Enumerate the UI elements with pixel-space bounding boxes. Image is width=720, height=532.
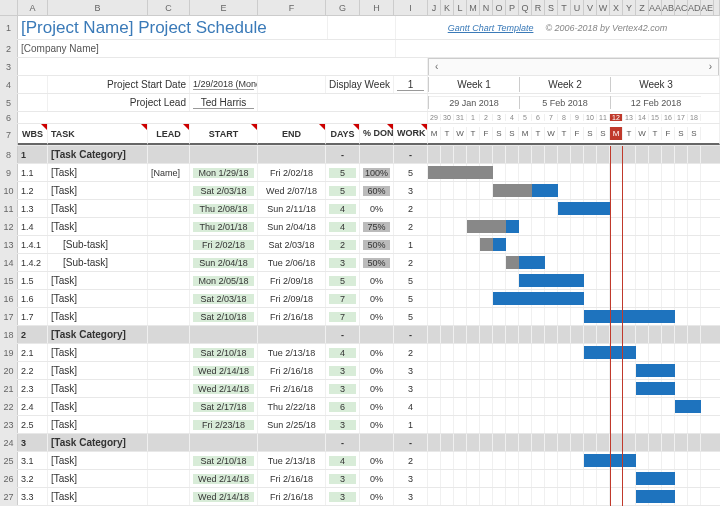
task-row[interactable]: 202.2[Task]Wed 2/14/18Fri 2/16/1830%3 [0,362,720,380]
task-row[interactable]: 161.6[Task]Sat 2/03/18Fri 2/09/1870%5 [0,290,720,308]
row-24[interactable]: 24 [0,434,18,451]
col-T[interactable]: T [558,0,571,15]
category-row[interactable]: 81[Task Category]-- [0,146,720,164]
task-row[interactable]: 222.4[Task]Sat 2/17/18Thu 2/22/1860%4 [0,398,720,416]
start-cell: Sat 2/17/18 [193,402,254,412]
col-E[interactable]: E [190,0,258,15]
col-F[interactable]: F [258,0,326,15]
row-16[interactable]: 16 [0,290,18,307]
day-num: 16 [662,114,675,121]
task-row[interactable]: 91.1[Task][Name]Mon 1/29/18Fri 2/02/1851… [0,164,720,182]
col-A[interactable]: A [18,0,48,15]
gantt-area [428,380,720,397]
row-20[interactable]: 20 [0,362,18,379]
task-row[interactable]: 212.3[Task]Wed 2/14/18Fri 2/16/1830%3 [0,380,720,398]
start-cell: Sun 2/04/18 [193,258,254,268]
col-W[interactable]: W [597,0,610,15]
col-H[interactable]: H [360,0,394,15]
days-cell: 3 [329,474,356,484]
lead-value[interactable]: Ted Harris [193,97,254,109]
row-18[interactable]: 18 [0,326,18,343]
row-17[interactable]: 17 [0,308,18,325]
col-X[interactable]: X [610,0,623,15]
col-C[interactable]: C [148,0,190,15]
col-L[interactable]: L [454,0,467,15]
col-J[interactable]: J [428,0,441,15]
task-row[interactable]: 111.3[Task]Thu 2/08/18Sun 2/11/1840%2 [0,200,720,218]
row-2[interactable]: 2 [0,40,18,57]
row-25[interactable]: 25 [0,452,18,469]
col-AD[interactable]: AD [688,0,701,15]
task-row[interactable]: 263.2[Task]Wed 2/14/18Fri 2/16/1830%3 [0,470,720,488]
col-G[interactable]: G [326,0,360,15]
col-M[interactable]: M [467,0,480,15]
row-13[interactable]: 13 [0,236,18,253]
row-27[interactable]: 27 [0,488,18,505]
col-O[interactable]: O [493,0,506,15]
row-10[interactable]: 10 [0,182,18,199]
wbs-cell: 1 [21,150,26,160]
row-21[interactable]: 21 [0,380,18,397]
col-Y[interactable]: Y [623,0,636,15]
col-AA[interactable]: AA [649,0,662,15]
next-week-button[interactable]: › [709,61,712,72]
category-row[interactable]: 182[Task Category]-- [0,326,720,344]
col-Z[interactable]: Z [636,0,649,15]
pct-cell: 0% [363,204,390,214]
row-9[interactable]: 9 [0,164,18,181]
row-8[interactable]: 8 [0,146,18,163]
days-cell: 4 [329,348,356,358]
day-name: M [610,127,623,140]
task-row[interactable]: 131.4.1[Sub-task]Fri 2/02/18Sat 2/03/182… [0,236,720,254]
task-row[interactable]: 253.1[Task]Sat 2/10/18Tue 2/13/1840%2 [0,452,720,470]
col-Q[interactable]: Q [519,0,532,15]
col-I[interactable]: I [394,0,428,15]
task-row[interactable]: 141.4.2[Sub-task]Sun 2/04/18Tue 2/06/183… [0,254,720,272]
row-19[interactable]: 19 [0,344,18,361]
prev-week-button[interactable]: ‹ [435,61,438,72]
task-row[interactable]: 171.7[Task]Sat 2/10/18Fri 2/16/1870%5 [0,308,720,326]
col-AC[interactable]: AC [675,0,688,15]
gantt-bar [636,382,675,395]
wbs-cell: 1.1 [21,168,34,178]
pct-cell: 0% [363,420,390,430]
col-U[interactable]: U [571,0,584,15]
task-row[interactable]: 121.4[Task]Thu 2/01/18Sun 2/04/18475%2 [0,218,720,236]
day-num: 5 [519,114,532,121]
row-22[interactable]: 22 [0,398,18,415]
row-14[interactable]: 14 [0,254,18,271]
row-4[interactable]: 4 [0,76,18,93]
row-7[interactable]: 7 [0,124,18,145]
start-date-value[interactable]: 1/29/2018 (Monday) [193,79,254,90]
col-R[interactable]: R [532,0,545,15]
row-5[interactable]: 5 [0,94,18,111]
col-N[interactable]: N [480,0,493,15]
task-row[interactable]: 192.1[Task]Sat 2/10/18Tue 2/13/1840%2 [0,344,720,362]
task-row[interactable]: 101.2[Task]Sat 2/03/18Wed 2/07/18560%3 [0,182,720,200]
task-row[interactable]: 151.5[Task]Mon 2/05/18Fri 2/09/1850%5 [0,272,720,290]
col-B[interactable]: B [48,0,148,15]
day-name: S [493,127,506,140]
row-26[interactable]: 26 [0,470,18,487]
row-11[interactable]: 11 [0,200,18,217]
row-6[interactable]: 6 [0,112,18,123]
lead-label: Project Lead [51,97,186,108]
row-1[interactable]: 1 [0,16,18,39]
col-P[interactable]: P [506,0,519,15]
task-row[interactable]: 273.3[Task]Wed 2/14/18Fri 2/16/1830%3 [0,488,720,506]
task-row[interactable]: 232.5[Task]Fri 2/23/18Sun 2/25/1830%1 [0,416,720,434]
category-row[interactable]: 243[Task Category]-- [0,434,720,452]
display-week-value[interactable]: 1 [397,79,424,91]
end-cell: Fri 2/16/18 [261,474,322,484]
col-K[interactable]: K [441,0,454,15]
row-23[interactable]: 23 [0,416,18,433]
day-num: 4 [506,114,519,121]
row-12[interactable]: 12 [0,218,18,235]
col-AB[interactable]: AB [662,0,675,15]
template-link[interactable]: Gantt Chart Template [448,23,534,33]
col-S[interactable]: S [545,0,558,15]
col-AE[interactable]: AE [701,0,714,15]
col-V[interactable]: V [584,0,597,15]
row-3[interactable]: 3 [0,58,18,75]
row-15[interactable]: 15 [0,272,18,289]
